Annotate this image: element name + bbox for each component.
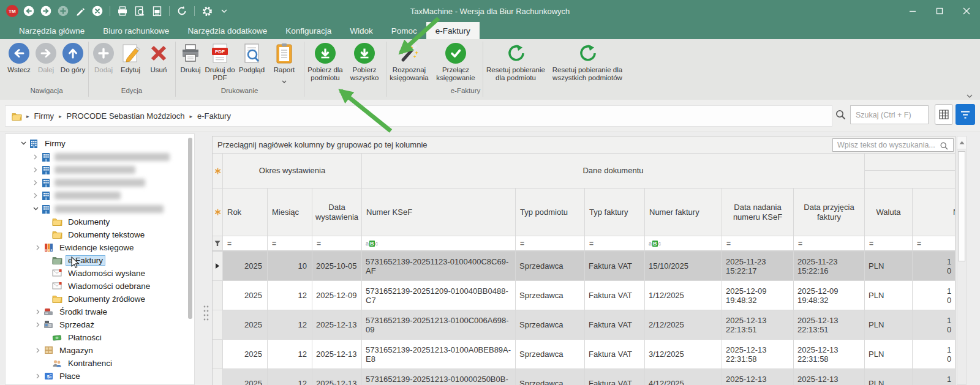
filter-cell[interactable]: = xyxy=(865,236,913,252)
column-header-typ-podmiotu[interactable]: Typ podmiotu xyxy=(516,189,585,236)
tree-scrollbar[interactable] xyxy=(188,138,192,319)
column-header-miesiac[interactable]: Miesiąc xyxy=(268,189,312,236)
filter-cell[interactable]: = xyxy=(516,236,585,252)
column-header-typ-faktury[interactable]: Typ faktury xyxy=(585,189,645,236)
tree-item-company-blurred[interactable] xyxy=(31,163,135,176)
app-logo: TM xyxy=(6,5,18,17)
tree-item-magazyn[interactable]: Magazyn xyxy=(34,344,96,356)
tree-item-ewidencje-ksiegowe[interactable]: Ewidencje księgowe xyxy=(34,241,137,253)
table-row-selected[interactable]: 2025 10 2025-10-05 5731652139-20251123-0… xyxy=(213,252,955,281)
column-header-data-przyjecia[interactable]: Data przyjęcia faktury xyxy=(794,189,865,236)
table-row[interactable]: 2025 12 2025-12-09 5731652139-20251209-0… xyxy=(213,281,955,310)
print-icon[interactable] xyxy=(116,4,129,18)
tree-item-dokumenty-tekstowe[interactable]: Dokumenty tekstowe xyxy=(42,228,147,241)
expand-icon[interactable] xyxy=(31,154,40,160)
filter-cell[interactable]: = xyxy=(312,236,362,252)
breadcrumb[interactable]: ▸ Firmy ▸ PROCODE Sebastian Moździoch ▸ … xyxy=(5,105,832,127)
filter-cell[interactable]: = xyxy=(268,236,312,252)
tree-item-dokumenty-zrodlowe[interactable]: Dokumenty źródłowe xyxy=(42,293,148,305)
tree-item-company-blurred[interactable] xyxy=(31,176,145,189)
breadcrumb-item-firmy[interactable]: Firmy xyxy=(32,111,57,121)
breadcrumb-item-e-faktury[interactable]: e-Faktury xyxy=(195,111,233,121)
column-header-waluta[interactable]: Waluta xyxy=(865,189,913,236)
tree-item-platnosci[interactable]: Płatności xyxy=(42,331,104,343)
tree-item-partial[interactable] xyxy=(42,383,66,385)
tree-item-wiadomosci-wyslane[interactable]: Wiadomości wysłane xyxy=(42,267,148,279)
column-header-data-wystawienia[interactable]: Data wystawienia xyxy=(312,189,362,236)
machine-icon xyxy=(42,308,55,316)
expand-icon[interactable] xyxy=(34,373,42,379)
close-button[interactable] xyxy=(953,0,980,22)
table-row[interactable]: 2025 12 2025-12-13 5731652139-20251213-0… xyxy=(213,340,955,369)
tree-item-srodki-trwale[interactable]: Środki trwałe xyxy=(34,305,110,318)
column-header-clipped[interactable]: N xyxy=(913,189,955,236)
tree-item-company-blurred[interactable] xyxy=(31,189,121,201)
grid-search-icon xyxy=(940,141,948,152)
expand-icon[interactable] xyxy=(34,245,42,250)
tree-item-place[interactable]: $ Płace xyxy=(34,370,83,382)
expand-icon[interactable] xyxy=(34,309,42,315)
back-icon[interactable] xyxy=(22,4,36,18)
grid-search-input[interactable] xyxy=(832,138,954,152)
expand-icon[interactable] xyxy=(34,348,42,353)
table-row-partial[interactable]: 2025 12 2025-12-13 5731652139-20251213-0… xyxy=(213,369,955,385)
settings-gear-icon[interactable] xyxy=(200,4,214,18)
forward-icon[interactable] xyxy=(39,4,53,18)
tab-narzedzia-glowne[interactable]: Narzędzia główne xyxy=(10,22,94,39)
column-header-data-nadania[interactable]: Data nadania numeru KSeF xyxy=(722,189,794,236)
row-indicator xyxy=(213,340,223,369)
grid-scrollbar[interactable] xyxy=(957,136,967,385)
minimize-button[interactable] xyxy=(899,0,926,22)
band-okres-wystawienia[interactable]: Okres wystawienia xyxy=(223,154,362,189)
column-header-rok[interactable]: Rok xyxy=(223,189,268,236)
tab-widok[interactable]: Widok xyxy=(341,22,382,39)
tree-item-e-faktury[interactable]: e-Faktury xyxy=(42,254,105,266)
collapse-icon[interactable] xyxy=(19,141,28,145)
filter-cell[interactable]: aBc xyxy=(645,236,722,252)
tree-item-wiadomosci-odebrane[interactable]: Wiadomości odebrane xyxy=(42,280,153,292)
cancel-icon[interactable] xyxy=(91,4,104,18)
breadcrumb-item-company[interactable]: PROCODE Sebastian Moździoch xyxy=(64,111,187,121)
tree-item-firmy[interactable]: Firmy xyxy=(19,137,68,149)
grid-view-button[interactable] xyxy=(935,104,953,125)
refresh-icon[interactable] xyxy=(175,4,189,18)
expand-icon[interactable] xyxy=(34,322,42,327)
column-header-numer-ksef[interactable]: Numer KSeF xyxy=(362,189,516,236)
ribbon-collapse-icon[interactable] xyxy=(967,89,973,100)
edit-pencil-icon[interactable] xyxy=(74,4,87,18)
filter-cell[interactable]: = xyxy=(722,236,794,252)
filter-cell[interactable]: = xyxy=(223,236,268,252)
global-search-input[interactable] xyxy=(850,105,929,124)
column-header-numer-faktury[interactable]: Numer faktury xyxy=(645,189,722,236)
expand-icon[interactable] xyxy=(31,180,40,185)
table-row[interactable]: 2025 12 2025-12-13 5731652139-20251213-0… xyxy=(213,310,955,340)
expand-icon[interactable] xyxy=(31,193,40,198)
scrollbar-thumb[interactable] xyxy=(958,151,965,261)
tree-item-sprzedaz[interactable]: Sprzedaż xyxy=(34,318,97,331)
tab-biuro-rachunkowe[interactable]: Biuro rachunkowe xyxy=(94,22,178,39)
tab-e-faktury[interactable]: e-Faktury xyxy=(426,22,480,39)
tab-narzedzia-dodatkowe[interactable]: Narzędzia dodatkowe xyxy=(178,22,276,39)
panel-splitter-handle[interactable] xyxy=(203,305,209,322)
tree-item-company-expanded[interactable] xyxy=(31,203,164,215)
collapse-icon[interactable] xyxy=(31,207,40,211)
filter-cell[interactable]: aBc xyxy=(362,236,516,252)
tree-item-company-blurred[interactable] xyxy=(31,151,170,163)
printer-icon xyxy=(181,42,200,65)
print-preview-icon[interactable] xyxy=(133,4,146,18)
filter-funnel-icon[interactable] xyxy=(213,236,223,252)
toolbar-dropdown-icon[interactable] xyxy=(217,4,231,18)
tree-item-dokumenty[interactable]: Dokumenty xyxy=(42,215,112,228)
tree-item-kontrahenci[interactable]: Kontrahenci xyxy=(42,357,115,369)
tab-pomoc[interactable]: Pomoc xyxy=(382,22,426,39)
filter-cell[interactable]: = xyxy=(794,236,865,252)
expand-icon[interactable] xyxy=(31,167,40,173)
filter-button[interactable] xyxy=(956,104,975,125)
filter-cell[interactable]: = xyxy=(585,236,645,252)
band-dane-dokumentu[interactable]: Dane dokumentu xyxy=(362,154,865,189)
tab-konfiguracja[interactable]: Konfiguracja xyxy=(276,22,341,39)
scroll-up-icon[interactable] xyxy=(957,136,966,149)
filter-cell[interactable]: = xyxy=(913,236,955,252)
maximize-button[interactable] xyxy=(926,0,953,22)
print-pdf-icon[interactable] xyxy=(150,4,164,18)
